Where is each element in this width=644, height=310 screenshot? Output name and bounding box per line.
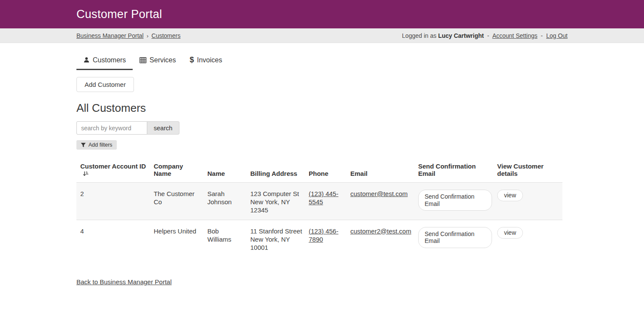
send-confirmation-email-button[interactable]: Send Confirmation Email bbox=[418, 227, 492, 248]
page-title: All Customers bbox=[76, 101, 568, 115]
cell-name: Sarah Johnson bbox=[207, 183, 250, 220]
tab-label: Services bbox=[149, 56, 176, 64]
tab-label: Invoices bbox=[197, 56, 222, 64]
column-header-send-confirmation-email: Send Confirmation Email bbox=[418, 158, 497, 183]
cell-company-name: Helpers United bbox=[154, 220, 207, 263]
add-customer-button[interactable]: Add Customer bbox=[76, 77, 134, 92]
cell-email: customer2@test.com bbox=[350, 220, 418, 263]
cell-account-id: 4 bbox=[76, 220, 154, 263]
cell-view: view bbox=[497, 220, 562, 263]
send-confirmation-email-button[interactable]: Send Confirmation Email bbox=[418, 190, 492, 211]
user-name: Lucy Cartwright bbox=[438, 32, 484, 39]
cell-send-confirmation: Send Confirmation Email bbox=[418, 220, 497, 263]
column-header-phone: Phone bbox=[309, 158, 350, 183]
cell-phone: (123) 445-5545 bbox=[309, 183, 350, 220]
app-title: Customer Portal bbox=[76, 8, 568, 21]
logout-link[interactable]: Log Out bbox=[546, 32, 568, 39]
tab-services[interactable]: Services bbox=[133, 52, 182, 70]
breadcrumb: Business Manager Portal›Customers bbox=[76, 32, 180, 39]
table-row: 2 The Customer Co Sarah Johnson 123 Comp… bbox=[76, 183, 562, 220]
table-header-row: Customer Account ID Company Name Name Bi… bbox=[76, 158, 562, 183]
filter-funnel-icon bbox=[81, 143, 86, 147]
search-button[interactable]: search bbox=[147, 121, 179, 135]
separator-dash: - bbox=[541, 32, 543, 39]
cell-send-confirmation: Send Confirmation Email bbox=[418, 183, 497, 220]
email-link[interactable]: customer@test.com bbox=[350, 190, 408, 197]
sort-icon[interactable] bbox=[82, 171, 88, 177]
person-icon bbox=[83, 57, 90, 63]
cell-name: Bob Williams bbox=[207, 220, 250, 263]
column-header-view-customer-details: View Customer details bbox=[497, 158, 562, 183]
breadcrumb-separator: › bbox=[146, 33, 148, 39]
tab-invoices[interactable]: $ Invoices bbox=[183, 52, 229, 70]
column-header-email: Email bbox=[350, 158, 418, 183]
logged-in-prefix: Logged in as bbox=[402, 32, 436, 39]
add-filters-label: Add filters bbox=[88, 142, 112, 148]
separator-dash: - bbox=[487, 32, 489, 39]
phone-link[interactable]: (123) 456-7890 bbox=[309, 227, 338, 243]
column-header-billing-address: Billing Address bbox=[250, 158, 309, 183]
email-link[interactable]: customer2@test.com bbox=[350, 227, 411, 235]
phone-link[interactable]: (123) 445-5545 bbox=[309, 190, 338, 206]
cell-phone: (123) 456-7890 bbox=[309, 220, 350, 263]
search-input[interactable] bbox=[76, 121, 147, 135]
view-customer-button[interactable]: view bbox=[497, 227, 523, 239]
app-header: Customer Portal bbox=[0, 0, 644, 28]
account-settings-link[interactable]: Account Settings bbox=[492, 32, 538, 39]
column-header-name: Name bbox=[207, 158, 250, 183]
column-header-company-name: Company Name bbox=[154, 158, 207, 183]
breadcrumb-link-business-manager-portal[interactable]: Business Manager Portal bbox=[76, 32, 143, 39]
cell-view: view bbox=[497, 183, 562, 220]
tab-customers[interactable]: Customers bbox=[76, 52, 133, 70]
search-bar: search bbox=[76, 121, 568, 135]
cell-account-id: 2 bbox=[76, 183, 154, 220]
table-icon bbox=[140, 57, 146, 63]
view-customer-button[interactable]: view bbox=[497, 190, 523, 201]
session-info: Logged in as Lucy Cartwright - Account S… bbox=[402, 32, 568, 39]
back-to-business-manager-portal-link[interactable]: Back to Business Manager Portal bbox=[76, 278, 172, 285]
column-header-customer-account-id[interactable]: Customer Account ID bbox=[76, 158, 154, 183]
customers-table: Customer Account ID Company Name Name Bi… bbox=[76, 158, 562, 263]
dollar-icon: $ bbox=[190, 55, 194, 64]
breadcrumb-link-customers[interactable]: Customers bbox=[152, 32, 181, 39]
breadcrumb-bar: Business Manager Portal›Customers Logged… bbox=[0, 28, 644, 43]
tab-bar: Customers Services $ Invoices bbox=[76, 52, 568, 70]
cell-billing-address: 123 Computer St New York, NY 12345 bbox=[250, 183, 309, 220]
cell-company-name: The Customer Co bbox=[154, 183, 207, 220]
table-row: 4 Helpers United Bob Williams 11 Stanfor… bbox=[76, 220, 562, 263]
cell-billing-address: 11 Stanford Street New York, NY 10001 bbox=[250, 220, 309, 263]
add-filters-button[interactable]: Add filters bbox=[76, 140, 117, 150]
cell-email: customer@test.com bbox=[350, 183, 418, 220]
tab-label: Customers bbox=[93, 56, 126, 64]
